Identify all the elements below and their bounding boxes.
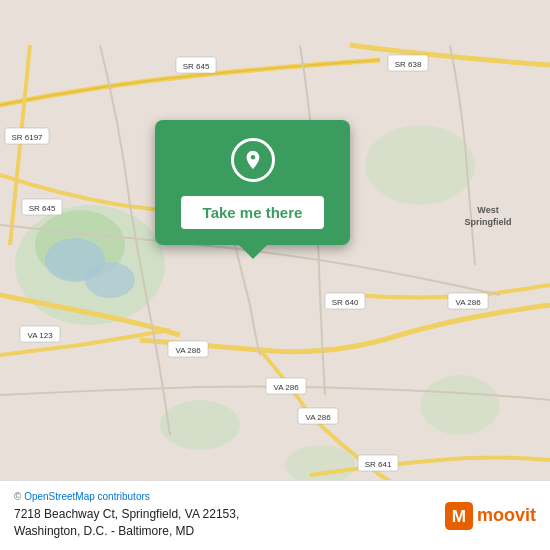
svg-point-6 — [420, 375, 500, 435]
moovit-icon: M — [445, 502, 473, 530]
osm-credit: © OpenStreetMap contributors — [14, 491, 445, 502]
svg-text:VA 286: VA 286 — [273, 383, 299, 392]
svg-text:SR 645: SR 645 — [29, 204, 56, 213]
svg-text:VA 286: VA 286 — [305, 413, 331, 422]
svg-text:VA 286: VA 286 — [175, 346, 201, 355]
svg-text:SR 6197: SR 6197 — [11, 133, 43, 142]
osm-link[interactable]: OpenStreetMap contributors — [24, 491, 150, 502]
svg-point-4 — [160, 400, 240, 450]
take-me-there-button[interactable]: Take me there — [181, 196, 325, 229]
svg-point-3 — [85, 262, 135, 298]
address-line2: Washington, D.C. - Baltimore, MD — [14, 524, 194, 538]
location-pin-icon — [242, 149, 264, 171]
svg-point-7 — [285, 445, 355, 485]
svg-text:M: M — [452, 507, 466, 526]
svg-text:SR 638: SR 638 — [395, 60, 422, 69]
location-icon-circle — [231, 138, 275, 182]
moovit-text: moovit — [477, 505, 536, 526]
address-text: 7218 Beachway Ct, Springfield, VA 22153,… — [14, 506, 445, 540]
svg-text:SR 640: SR 640 — [332, 298, 359, 307]
svg-text:VA 123: VA 123 — [27, 331, 53, 340]
map-container: SR 645 SR 638 SR 6197 SR 645 VA 123 VA 2… — [0, 0, 550, 550]
svg-text:SR 645: SR 645 — [183, 62, 210, 71]
address-line1: 7218 Beachway Ct, Springfield, VA 22153, — [14, 507, 239, 521]
moovit-logo: M moovit — [445, 502, 536, 530]
svg-text:SR 641: SR 641 — [365, 460, 392, 469]
info-bar: © OpenStreetMap contributors 7218 Beachw… — [0, 480, 550, 550]
bottom-content: © OpenStreetMap contributors 7218 Beachw… — [14, 491, 445, 540]
svg-text:VA 286: VA 286 — [455, 298, 481, 307]
svg-text:Springfield: Springfield — [465, 217, 512, 227]
svg-point-5 — [365, 125, 475, 205]
copyright-symbol: © — [14, 491, 24, 502]
map-svg: SR 645 SR 638 SR 6197 SR 645 VA 123 VA 2… — [0, 0, 550, 550]
svg-text:West: West — [477, 205, 498, 215]
popup-card: Take me there — [155, 120, 350, 245]
